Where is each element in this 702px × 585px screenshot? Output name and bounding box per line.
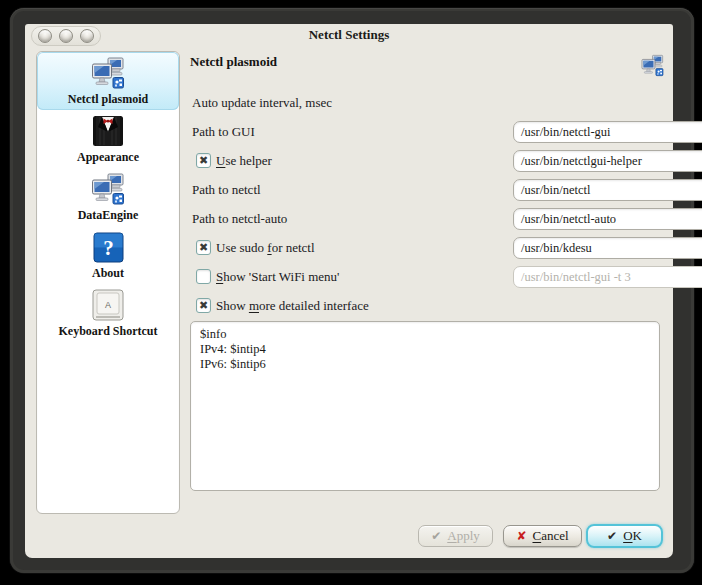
apply-button: ✔ Apply bbox=[418, 525, 493, 547]
question-mark-icon: ? bbox=[90, 229, 126, 265]
titlebar[interactable]: Netctl Settings bbox=[25, 24, 673, 48]
network-computers-icon bbox=[90, 55, 126, 91]
checkmark-icon: ✔ bbox=[431, 529, 441, 543]
page-title: Netctl plasmoid bbox=[190, 54, 277, 70]
field-label: Auto update interval, msec bbox=[192, 92, 332, 114]
path-to-gui-input[interactable]: /usr/bin/netctl-gui bbox=[513, 121, 702, 143]
window-title: Netctl Settings bbox=[25, 27, 673, 43]
field-label: Path to netctl bbox=[192, 179, 261, 201]
ok-button[interactable]: ✔ OK bbox=[586, 524, 663, 548]
helper-path-input[interactable]: /usr/bin/netctlgui-helper bbox=[513, 150, 702, 172]
sidebar-item-label: About bbox=[92, 266, 124, 281]
show-wifi-menu-checkbox[interactable]: ✖ bbox=[196, 269, 211, 284]
netctl-auto-path-input[interactable]: /usr/bin/netctl-auto bbox=[513, 208, 702, 230]
checkbox-label: Use sudo for netctl bbox=[216, 237, 315, 259]
sidebar-item-about[interactable]: ? About bbox=[37, 226, 179, 284]
form-row-path-gui: Path to GUI /usr/bin/netctl-gui Browse bbox=[190, 121, 662, 143]
sidebar-item-dataengine[interactable]: DataEngine bbox=[37, 168, 179, 226]
sidebar-item-label: Netctl plasmoid bbox=[68, 92, 148, 107]
form-row-use-sudo: ✖ Use sudo for netctl /usr/bin/kdesu Bro… bbox=[190, 237, 662, 259]
checkmark-icon: ✔ bbox=[607, 529, 617, 543]
keyboard-key-icon: A bbox=[90, 287, 126, 323]
checkbox-label: Show 'Start WiFi menu' bbox=[216, 266, 339, 288]
interface-template-textarea[interactable]: $info IPv4: $intip4 IPv6: $intip6 bbox=[190, 321, 660, 491]
svg-text:?: ? bbox=[103, 236, 114, 260]
cancel-button[interactable]: ✘ Cancel bbox=[503, 525, 582, 547]
sudo-path-input[interactable]: /usr/bin/kdesu bbox=[513, 237, 702, 259]
network-computers-icon bbox=[90, 171, 126, 207]
svg-text:A: A bbox=[105, 300, 111, 310]
sidebar-item-netctl-plasmoid[interactable]: Netctl plasmoid bbox=[37, 52, 179, 110]
form-row-path-netctl-auto: Path to netctl-auto /usr/bin/netctl-auto… bbox=[190, 208, 662, 230]
use-sudo-checkbox[interactable]: ✖ bbox=[196, 240, 211, 255]
sidebar-item-label: Appearance bbox=[77, 150, 139, 165]
form-row-detailed-interface: ✖ Show more detailed interface bbox=[190, 295, 662, 317]
use-helper-checkbox[interactable]: ✖ bbox=[196, 153, 211, 168]
form-row-auto-update: Auto update interval, msec 1000 ▲ ▼ bbox=[190, 92, 662, 114]
sidebar-item-appearance[interactable]: Appearance bbox=[37, 110, 179, 168]
dialog-content: Netctl Settings Netctl plasmoid bbox=[25, 24, 673, 558]
dialog-window: Netctl Settings Netctl plasmoid bbox=[10, 8, 694, 573]
wifi-command-input: /usr/bin/netctl-gui -t 3 bbox=[513, 266, 702, 288]
show-detailed-checkbox[interactable]: ✖ bbox=[196, 298, 211, 313]
form-row-wifi-menu: ✖ Show 'Start WiFi menu' /usr/bin/netctl… bbox=[190, 266, 662, 288]
red-x-icon: ✘ bbox=[516, 529, 526, 543]
checkbox-label: Use helper bbox=[216, 150, 272, 172]
field-label: Path to netctl-auto bbox=[192, 208, 287, 230]
network-computers-icon bbox=[641, 54, 664, 77]
sidebar-item-label: DataEngine bbox=[78, 208, 139, 223]
field-label: Path to GUI bbox=[192, 121, 255, 143]
checkbox-label: Show more detailed interface bbox=[216, 295, 369, 317]
sidebar-item-label: Keyboard Shortcut bbox=[59, 324, 158, 339]
form-row-use-helper: ✖ Use helper /usr/bin/netctlgui-helper B… bbox=[190, 150, 662, 172]
sidebar-item-keyboard-shortcut[interactable]: A Keyboard Shortcut bbox=[37, 284, 179, 342]
tuxedo-icon bbox=[90, 113, 126, 149]
form-row-path-netctl: Path to netctl /usr/bin/netctl Browse bbox=[190, 179, 662, 201]
netctl-path-input[interactable]: /usr/bin/netctl bbox=[513, 179, 702, 201]
settings-category-list: Netctl plasmoid Appearance bbox=[36, 51, 180, 514]
